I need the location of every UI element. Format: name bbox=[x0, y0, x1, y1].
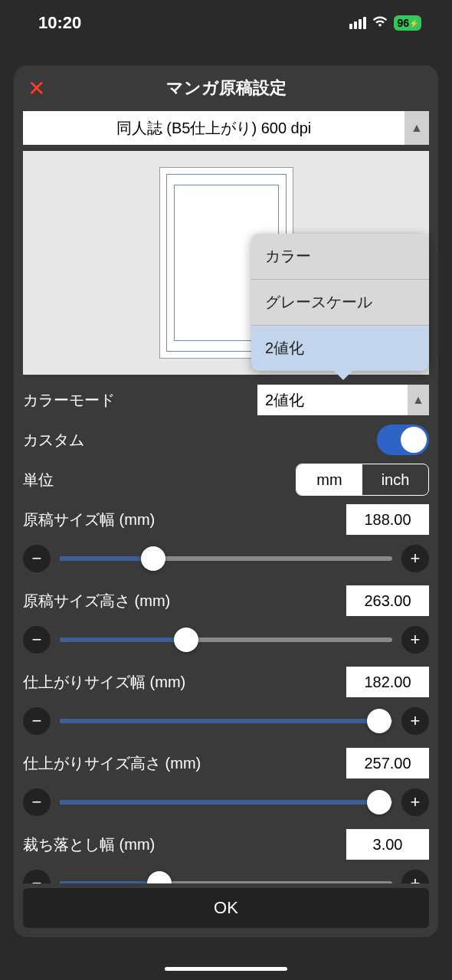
slider-track[interactable] bbox=[60, 719, 392, 723]
plus-button[interactable]: + bbox=[401, 545, 429, 572]
plus-button[interactable]: + bbox=[401, 870, 429, 883]
preset-label: 同人誌 (B5仕上がり) 600 dpi bbox=[23, 118, 405, 139]
height-input[interactable]: 263.00 bbox=[346, 585, 429, 616]
unit-segmented-control[interactable]: mm inch bbox=[296, 464, 429, 496]
finish-width-slider[interactable]: − + bbox=[23, 704, 429, 738]
slider-track[interactable] bbox=[60, 800, 392, 805]
bleed-label: 裁ち落とし幅 (mm) bbox=[23, 834, 155, 855]
finish-width-label: 仕上がりサイズ幅 (mm) bbox=[23, 672, 185, 693]
bleed-slider[interactable]: − + bbox=[23, 867, 429, 883]
unit-mm[interactable]: mm bbox=[296, 464, 362, 495]
finish-height-label: 仕上がりサイズ高さ (mm) bbox=[23, 753, 201, 774]
height-slider[interactable]: − + bbox=[23, 623, 429, 657]
finish-height-slider[interactable]: − + bbox=[23, 785, 429, 819]
bleed-input[interactable]: 3.00 bbox=[346, 829, 429, 860]
height-label: 原稿サイズ高さ (mm) bbox=[23, 591, 170, 611]
finish-height-input[interactable]: 257.00 bbox=[346, 748, 429, 778]
plus-button[interactable]: + bbox=[401, 788, 429, 816]
plus-button[interactable]: + bbox=[401, 626, 429, 654]
status-indicators: 96⚡ bbox=[349, 15, 421, 31]
slider-track[interactable] bbox=[60, 556, 392, 561]
unit-inch[interactable]: inch bbox=[362, 464, 428, 495]
cellular-icon bbox=[349, 17, 366, 29]
minus-button[interactable]: − bbox=[23, 788, 51, 816]
settings-form: カラーモード 2値化 ▲ カスタム 単位 mm inch 原稿サイズ幅 (mm)… bbox=[14, 375, 438, 883]
status-time: 10:20 bbox=[38, 13, 81, 33]
color-mode-popup: カラー グレースケール 2値化 bbox=[251, 234, 429, 371]
modal-title: マンガ原稿設定 bbox=[166, 77, 287, 100]
home-indicator[interactable] bbox=[165, 967, 287, 971]
page-preview: カラー グレースケール 2値化 bbox=[23, 151, 429, 375]
minus-button[interactable]: − bbox=[23, 870, 51, 883]
color-mode-select[interactable]: 2値化 ▲ bbox=[257, 385, 429, 415]
manga-settings-modal: ✕ マンガ原稿設定 同人誌 (B5仕上がり) 600 dpi ▲ カラー グレー… bbox=[14, 65, 438, 937]
custom-label: カスタム bbox=[23, 430, 84, 451]
popup-option-binary[interactable]: 2値化 bbox=[251, 325, 429, 371]
popup-option-color[interactable]: カラー bbox=[251, 234, 429, 279]
color-mode-label: カラーモード bbox=[23, 390, 115, 411]
width-input[interactable]: 188.00 bbox=[346, 504, 429, 535]
battery-indicator: 96⚡ bbox=[394, 15, 421, 31]
finish-width-input[interactable]: 182.00 bbox=[346, 667, 429, 697]
color-mode-value: 2値化 bbox=[257, 390, 408, 411]
ok-button[interactable]: OK bbox=[23, 888, 429, 928]
modal-header: ✕ マンガ原稿設定 bbox=[14, 65, 438, 111]
plus-button[interactable]: + bbox=[401, 707, 429, 735]
preset-dropdown[interactable]: 同人誌 (B5仕上がり) 600 dpi ▲ bbox=[23, 111, 429, 145]
status-bar: 10:20 96⚡ bbox=[0, 0, 452, 46]
width-label: 原稿サイズ幅 (mm) bbox=[23, 510, 155, 530]
minus-button[interactable]: − bbox=[23, 707, 51, 735]
custom-toggle[interactable] bbox=[377, 424, 429, 455]
minus-button[interactable]: − bbox=[23, 626, 51, 654]
slider-track[interactable] bbox=[60, 637, 392, 642]
chevron-up-icon: ▲ bbox=[405, 111, 429, 145]
chevron-up-icon: ▲ bbox=[408, 385, 429, 415]
popup-option-grayscale[interactable]: グレースケール bbox=[251, 279, 429, 325]
wifi-icon bbox=[372, 15, 388, 31]
close-button[interactable]: ✕ bbox=[28, 76, 45, 101]
slider-track[interactable] bbox=[60, 881, 392, 883]
minus-button[interactable]: − bbox=[23, 545, 51, 572]
unit-label: 単位 bbox=[23, 470, 54, 490]
width-slider[interactable]: − + bbox=[23, 542, 429, 575]
